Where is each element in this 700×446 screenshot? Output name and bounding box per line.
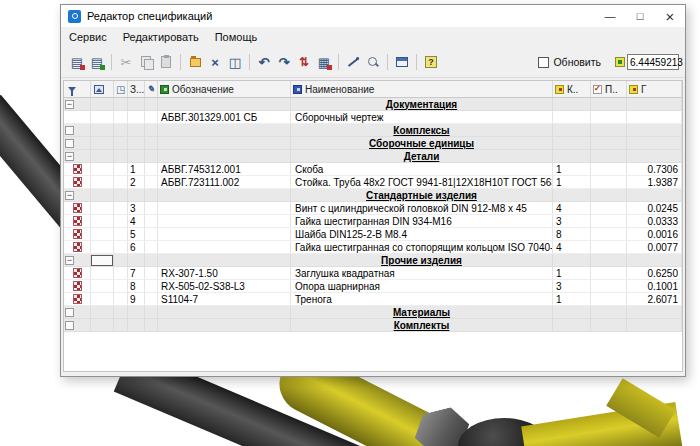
cell bbox=[145, 267, 158, 279]
table-row[interactable]: 4Гайка шестигранная DIN 934-M1630.0333 bbox=[64, 215, 682, 228]
cell bbox=[114, 98, 128, 110]
group-row[interactable]: Комплекты bbox=[64, 319, 682, 332]
sort-button[interactable]: ⇅ bbox=[295, 53, 313, 71]
table-row[interactable]: 3Винт с цилиндрической головкой DIN 912-… bbox=[64, 202, 682, 215]
cell bbox=[145, 189, 158, 201]
help-icon: ? bbox=[425, 56, 437, 68]
maximize-button[interactable]: □ bbox=[625, 5, 655, 27]
cell bbox=[91, 267, 114, 279]
cell bbox=[591, 124, 627, 136]
column-mass[interactable]: Г bbox=[627, 81, 682, 97]
column-quantity[interactable]: К.. bbox=[553, 81, 591, 97]
group-row[interactable]: −Прочие изделия bbox=[64, 254, 682, 267]
cell bbox=[114, 150, 128, 162]
table-header: ◳ З... ✎ Обозначение Наименование К.. П.… bbox=[64, 81, 682, 98]
cell: Детали bbox=[291, 150, 553, 162]
cut-button[interactable]: ✂ bbox=[117, 53, 135, 71]
mass-cell: 0.0077 bbox=[627, 241, 682, 253]
group-row[interactable]: Сборочные единицы bbox=[64, 137, 682, 150]
cell: Прочие изделия bbox=[291, 254, 553, 266]
insert-template-button[interactable]: ◫ bbox=[226, 53, 244, 71]
column-author[interactable]: ✎ bbox=[145, 81, 158, 97]
paste-button[interactable] bbox=[157, 53, 175, 71]
cell bbox=[91, 176, 114, 188]
column-note[interactable]: П.. bbox=[591, 81, 627, 97]
section-title: Комплекты bbox=[291, 320, 552, 331]
name-cell: Шайба DIN125-2-B M8.4 bbox=[291, 228, 553, 240]
cell bbox=[91, 280, 114, 292]
cell bbox=[591, 267, 627, 279]
cell bbox=[91, 306, 114, 318]
column-designation[interactable]: Обозначение bbox=[158, 81, 291, 97]
cell bbox=[64, 267, 91, 279]
expand-icon[interactable] bbox=[65, 139, 74, 148]
column-name[interactable]: Наименование bbox=[291, 81, 553, 97]
menu-edit[interactable]: Редактировать bbox=[115, 31, 207, 43]
zoom-button[interactable] bbox=[364, 53, 382, 71]
focused-cell[interactable] bbox=[91, 255, 113, 266]
export-report-button[interactable]: ▤ bbox=[88, 53, 106, 71]
collapse-icon[interactable]: − bbox=[65, 191, 74, 200]
position-cell: 2 bbox=[128, 176, 145, 188]
minimize-button[interactable]: — bbox=[595, 5, 625, 27]
part-icon bbox=[73, 177, 82, 187]
import-report-button[interactable]: ▤ bbox=[68, 53, 86, 71]
table-row[interactable]: 2АБВГ.723111.002Стойка. Труба 48х2 ГОСТ … bbox=[64, 176, 682, 189]
cell bbox=[91, 163, 114, 175]
section-title: Прочие изделия bbox=[291, 255, 552, 266]
column-zone[interactable]: З... bbox=[128, 81, 145, 97]
cell bbox=[627, 254, 682, 266]
cell bbox=[591, 215, 627, 227]
menu-help[interactable]: Помощь bbox=[207, 31, 266, 43]
group-row[interactable]: −Документация bbox=[64, 98, 682, 111]
group-row[interactable]: Комплексы bbox=[64, 124, 682, 137]
table-row[interactable]: 1АБВГ.745312.001Скоба10.7306 bbox=[64, 163, 682, 176]
renumber-button[interactable]: ▦ bbox=[315, 53, 333, 71]
column-image[interactable] bbox=[91, 81, 114, 97]
table-row[interactable]: 8RX-505-02-S38-L3Опора шарнирная30.1001 bbox=[64, 280, 682, 293]
close-button[interactable]: × bbox=[655, 5, 685, 27]
toolbar-separator bbox=[387, 54, 388, 70]
collapse-icon[interactable]: − bbox=[65, 256, 74, 265]
image-icon bbox=[94, 85, 104, 94]
table-row[interactable]: 9S1104-7Тренога12.6071 bbox=[64, 293, 682, 306]
group-row[interactable]: −Стандартные изделия bbox=[64, 189, 682, 202]
help-button[interactable]: ? bbox=[422, 53, 440, 71]
spec-editor-window: Редактор спецификаций — □ × Сервис Редак… bbox=[60, 4, 686, 377]
delete-button[interactable]: × bbox=[206, 53, 224, 71]
menu-service[interactable]: Сервис bbox=[61, 31, 115, 43]
total-mass-field[interactable]: 6.44459213 bbox=[627, 54, 679, 70]
update-checkbox[interactable] bbox=[538, 57, 549, 68]
cell bbox=[114, 202, 128, 214]
cell: − bbox=[64, 98, 91, 110]
column-filter[interactable] bbox=[64, 81, 91, 97]
collapse-icon[interactable]: − bbox=[65, 100, 74, 109]
cell bbox=[591, 137, 627, 149]
table-row[interactable]: АБВГ.301329.001 СБСборочный чертеж bbox=[64, 111, 682, 124]
redo-button[interactable]: ↷ bbox=[275, 53, 293, 71]
expand-icon[interactable] bbox=[65, 308, 74, 317]
cell bbox=[114, 319, 128, 331]
cell bbox=[91, 124, 114, 136]
table-row[interactable]: 6Гайка шестигранная со стопорящим кольцо… bbox=[64, 241, 682, 254]
table-row[interactable]: 7RX-307-1.50Заглушка квадратная10.6250 bbox=[64, 267, 682, 280]
quantity-icon bbox=[555, 85, 564, 94]
column-link[interactable]: ◳ bbox=[114, 81, 128, 97]
mass-cell: 0.1001 bbox=[627, 280, 682, 292]
copy-button[interactable] bbox=[137, 53, 155, 71]
cell bbox=[145, 293, 158, 305]
properties-button[interactable] bbox=[393, 53, 411, 71]
name-cell: Опора шарнирная bbox=[291, 280, 553, 292]
part-icon bbox=[73, 203, 82, 213]
group-row[interactable]: Материалы bbox=[64, 306, 682, 319]
expand-icon[interactable] bbox=[65, 321, 74, 330]
cell bbox=[158, 124, 291, 136]
leader-line-button[interactable] bbox=[344, 53, 362, 71]
new-item-button[interactable] bbox=[186, 53, 204, 71]
expand-icon[interactable] bbox=[65, 126, 74, 135]
collapse-icon[interactable]: − bbox=[65, 152, 74, 161]
group-row[interactable]: −Детали bbox=[64, 150, 682, 163]
undo-button[interactable]: ↶ bbox=[255, 53, 273, 71]
cell bbox=[145, 150, 158, 162]
table-row[interactable]: 5Шайба DIN125-2-B M8.480.0016 bbox=[64, 228, 682, 241]
